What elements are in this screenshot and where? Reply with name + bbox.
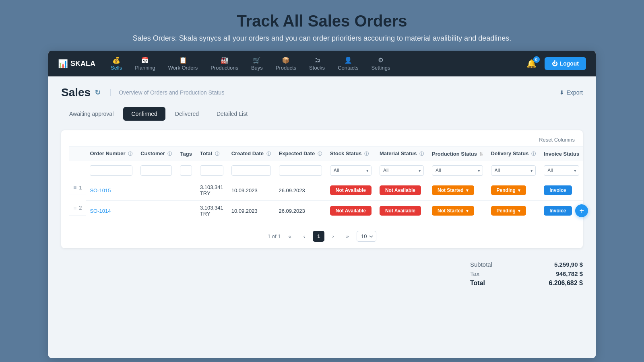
row-2-invoice-status[interactable]: Invoice + bbox=[540, 201, 583, 221]
filter-material-status[interactable]: All bbox=[376, 161, 428, 180]
row-2-production-status[interactable]: Not Started bbox=[428, 201, 487, 221]
filter-total[interactable] bbox=[196, 161, 227, 180]
hero-title: Track All Sales Orders bbox=[237, 12, 407, 30]
invoice-status-filter-select[interactable]: All bbox=[544, 165, 579, 176]
nav-settings[interactable]: ⚙ Settings bbox=[365, 53, 396, 74]
row-2-order-number[interactable]: SO-1014 bbox=[86, 201, 136, 221]
material-status-filter-select[interactable]: All bbox=[380, 165, 424, 176]
th-order-number: Order Number ⓘ bbox=[86, 146, 136, 161]
delivery-status-filter-select[interactable]: All bbox=[491, 165, 536, 176]
row-2-customer bbox=[136, 201, 176, 221]
filter-delivery-status[interactable]: All bbox=[487, 161, 540, 180]
nav-work-orders[interactable]: 📋 Work Orders bbox=[163, 53, 203, 74]
th-invoice-status: Invoice Status bbox=[540, 146, 583, 161]
table-row: ≡ 2 SO-1014 3.103,341 TRY 10.09.2023 26.… bbox=[69, 201, 583, 221]
row-2-material-status: Not Available bbox=[376, 201, 428, 221]
filter-stock-status[interactable]: All bbox=[326, 161, 376, 180]
row-1-production-status[interactable]: Not Started bbox=[428, 180, 487, 201]
first-page-button[interactable]: « bbox=[284, 231, 296, 242]
pagination-info: 1 of 1 bbox=[268, 233, 281, 239]
expected-date-filter-input[interactable] bbox=[279, 165, 322, 176]
filter-customer[interactable] bbox=[136, 161, 176, 180]
nav-buys[interactable]: 🛒 Buys bbox=[246, 53, 268, 74]
row-2-production-badge[interactable]: Not Started bbox=[432, 206, 474, 216]
brand-icon: 📊 bbox=[58, 59, 68, 68]
th-expected-date: Expected Date ⓘ bbox=[275, 146, 326, 161]
created-date-filter-input[interactable] bbox=[231, 165, 271, 176]
row-1-order-number[interactable]: SO-1015 bbox=[86, 180, 136, 201]
tab-awaiting-approval[interactable]: Awaiting approval bbox=[61, 107, 122, 121]
tab-detailed-list-label: Detailed List bbox=[217, 111, 248, 117]
row-1-stock-badge: Not Available bbox=[330, 185, 372, 195]
total-info-icon: ⓘ bbox=[215, 151, 219, 156]
settings-icon: ⚙ bbox=[378, 56, 384, 64]
row-1-production-badge[interactable]: Not Started bbox=[432, 185, 474, 195]
buys-icon: 🛒 bbox=[253, 56, 261, 64]
reset-columns-button[interactable]: Reset Columns bbox=[539, 137, 575, 143]
row-2-delivery-badge[interactable]: Pending bbox=[491, 206, 526, 216]
customer-filter-input[interactable] bbox=[140, 165, 172, 176]
tabs: Awaiting approval Confirmed Delivered De… bbox=[61, 107, 583, 121]
total-filter-input[interactable] bbox=[200, 165, 223, 176]
last-page-button[interactable]: » bbox=[342, 231, 353, 242]
power-icon: ⏻ bbox=[552, 60, 557, 67]
page-1-button[interactable]: 1 bbox=[313, 231, 324, 242]
filter-created-date[interactable] bbox=[227, 161, 275, 180]
row-2-invoice-badge[interactable]: Invoice bbox=[544, 206, 572, 216]
pagination: 1 of 1 « ‹ 1 › » 10 25 50 bbox=[69, 231, 575, 242]
work-orders-icon: 📋 bbox=[179, 56, 187, 64]
next-page-button[interactable]: › bbox=[328, 231, 338, 242]
row-2-material-badge: Not Available bbox=[380, 206, 421, 216]
nav-planning[interactable]: 📅 Planning bbox=[129, 53, 161, 74]
nav-contacts[interactable]: 👤 Contacts bbox=[332, 53, 364, 74]
subtotal-row: Subtotal 5.259,90 $ bbox=[470, 261, 583, 268]
nav-stocks[interactable]: 🗂 Stocks bbox=[303, 53, 330, 74]
nav-productions[interactable]: 🏭 Productions bbox=[205, 53, 244, 74]
row-1-num: 1 bbox=[79, 185, 82, 191]
tab-detailed-list[interactable]: Detailed List bbox=[208, 107, 256, 121]
refresh-icon[interactable]: ↻ bbox=[95, 88, 101, 97]
material-status-filter-wrap: All bbox=[380, 165, 424, 176]
table-card: Reset Columns Order Number ⓘ Customer ⓘ bbox=[61, 130, 583, 248]
filter-order-number[interactable] bbox=[86, 161, 136, 180]
tab-confirmed[interactable]: Confirmed bbox=[123, 107, 165, 121]
brand: 📊 SKALA bbox=[58, 59, 95, 68]
nav-sells[interactable]: 💰 Sells bbox=[105, 53, 128, 74]
tab-delivered[interactable]: Delivered bbox=[167, 107, 207, 121]
planning-icon: 📅 bbox=[141, 56, 149, 64]
th-delivery-status: Delivery Status ⓘ bbox=[487, 146, 540, 161]
filter-production-status[interactable]: All bbox=[428, 161, 487, 180]
th-row-handle bbox=[69, 146, 86, 161]
row-2-stock-status: Not Available bbox=[326, 201, 376, 221]
nav-products[interactable]: 📦 Products bbox=[270, 53, 302, 74]
page-size-select[interactable]: 10 25 50 bbox=[357, 231, 376, 242]
logout-button[interactable]: ⏻ Logout bbox=[545, 57, 586, 70]
filter-invoice-status[interactable]: All bbox=[540, 161, 583, 180]
row-1-delivery-badge[interactable]: Pending bbox=[491, 185, 526, 195]
prev-page-button[interactable]: ‹ bbox=[299, 231, 310, 242]
tax-value: 946,782 $ bbox=[556, 270, 583, 277]
row-1-created-date: 10.09.2023 bbox=[227, 180, 275, 201]
row-1-delivery-status[interactable]: Pending bbox=[487, 180, 540, 201]
row-1-invoice-status[interactable]: Invoice bbox=[540, 180, 583, 201]
notification-button[interactable]: 🔔 0 bbox=[525, 57, 538, 70]
tab-awaiting-approval-label: Awaiting approval bbox=[69, 111, 114, 117]
add-button[interactable]: + bbox=[575, 204, 588, 217]
tax-label: Tax bbox=[470, 270, 479, 277]
export-button[interactable]: ⬇ Export bbox=[559, 89, 583, 96]
production-status-filter-select[interactable]: All bbox=[432, 165, 483, 176]
row-2-delivery-status[interactable]: Pending bbox=[487, 201, 540, 221]
order-link-2[interactable]: SO-1014 bbox=[90, 208, 111, 214]
order-number-filter-input[interactable] bbox=[90, 165, 132, 176]
products-icon: 📦 bbox=[282, 56, 290, 64]
row-1-invoice-badge[interactable]: Invoice bbox=[544, 185, 572, 195]
filter-expected-date[interactable] bbox=[275, 161, 326, 180]
tags-filter-input[interactable] bbox=[180, 165, 192, 176]
row-1-material-status: Not Available bbox=[376, 180, 428, 201]
row-2-handle-icon: ≡ bbox=[73, 205, 76, 211]
order-link-1[interactable]: SO-1015 bbox=[90, 187, 111, 193]
stock-status-filter-select[interactable]: All bbox=[330, 165, 372, 176]
filter-tags[interactable] bbox=[176, 161, 196, 180]
tab-delivered-label: Delivered bbox=[175, 111, 199, 117]
row-1-stock-status: Not Available bbox=[326, 180, 376, 201]
